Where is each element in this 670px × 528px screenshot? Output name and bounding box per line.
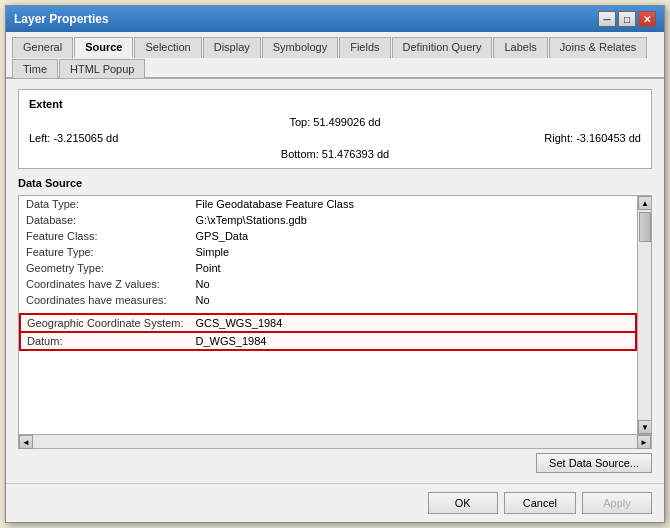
ok-button[interactable]: OK bbox=[428, 492, 498, 514]
tab-html-popup[interactable]: HTML Popup bbox=[59, 59, 145, 78]
data-source-table-wrapper: Data Type: File Geodatabase Feature Clas… bbox=[18, 195, 652, 435]
table-row: Feature Type: Simple bbox=[20, 244, 636, 260]
extent-top: Top: 51.499026 dd bbox=[29, 116, 641, 128]
extent-top-label: Top: bbox=[289, 116, 310, 128]
row-key: Datum: bbox=[20, 332, 190, 350]
scroll-down-button[interactable]: ▼ bbox=[638, 420, 652, 434]
row-value: G:\xTemp\Stations.gdb bbox=[190, 212, 636, 228]
tab-content: Extent Top: 51.499026 dd Left: -3.215065… bbox=[6, 79, 664, 483]
row-key: Geometry Type: bbox=[20, 260, 190, 276]
horizontal-scrollbar-container: ◄ ► bbox=[18, 435, 652, 449]
extent-grid: Top: 51.499026 dd Left: -3.215065 dd Rig… bbox=[29, 116, 641, 160]
extent-label: Extent bbox=[29, 98, 641, 110]
row-value: File Geodatabase Feature Class bbox=[190, 196, 636, 212]
data-source-label: Data Source bbox=[18, 177, 652, 189]
row-value: GCS_WGS_1984 bbox=[190, 314, 636, 332]
scrollbar-track[interactable] bbox=[638, 210, 651, 420]
tab-selection[interactable]: Selection bbox=[134, 37, 201, 58]
cancel-button[interactable]: Cancel bbox=[504, 492, 576, 514]
row-key: Feature Class: bbox=[20, 228, 190, 244]
extent-bottom-value: 51.476393 dd bbox=[322, 148, 389, 160]
title-bar: Layer Properties ─ □ ✕ bbox=[6, 6, 664, 32]
window-title: Layer Properties bbox=[14, 12, 109, 26]
tab-source[interactable]: Source bbox=[74, 37, 133, 58]
row-key: Coordinates have Z values: bbox=[20, 276, 190, 292]
row-value: No bbox=[190, 276, 636, 292]
tab-bar: General Source Selection Display Symbolo… bbox=[6, 32, 664, 79]
title-bar-controls: ─ □ ✕ bbox=[598, 11, 656, 27]
scrollbar-thumb[interactable] bbox=[639, 212, 651, 242]
row-value: D_WGS_1984 bbox=[190, 332, 636, 350]
table-row: Data Type: File Geodatabase Feature Clas… bbox=[20, 196, 636, 212]
tab-definition-query[interactable]: Definition Query bbox=[392, 37, 493, 58]
horizontal-scrollbar-track[interactable] bbox=[33, 435, 637, 448]
extent-top-value: 51.499026 dd bbox=[313, 116, 380, 128]
row-key: Feature Type: bbox=[20, 244, 190, 260]
row-key: Geographic Coordinate System: bbox=[20, 314, 190, 332]
extent-bottom-label: Bottom: bbox=[281, 148, 319, 160]
maximize-button[interactable]: □ bbox=[618, 11, 636, 27]
data-source-table[interactable]: Data Type: File Geodatabase Feature Clas… bbox=[19, 196, 637, 434]
row-value: Point bbox=[190, 260, 636, 276]
highlighted-row-datum: Datum: D_WGS_1984 bbox=[20, 332, 636, 350]
vertical-scrollbar[interactable]: ▲ ▼ bbox=[637, 196, 651, 434]
table-row: Geometry Type: Point bbox=[20, 260, 636, 276]
tab-fields[interactable]: Fields bbox=[339, 37, 390, 58]
extent-bottom: Bottom: 51.476393 dd bbox=[29, 148, 641, 160]
tab-symbology[interactable]: Symbology bbox=[262, 37, 338, 58]
data-source-section: Data Source Data Type: File Geodatabase … bbox=[18, 177, 652, 473]
set-datasource-row: Set Data Source... bbox=[18, 453, 652, 473]
scroll-up-button[interactable]: ▲ bbox=[638, 196, 652, 210]
row-value: Simple bbox=[190, 244, 636, 260]
extent-section: Extent Top: 51.499026 dd Left: -3.215065… bbox=[18, 89, 652, 169]
tab-general[interactable]: General bbox=[12, 37, 73, 58]
minimize-button[interactable]: ─ bbox=[598, 11, 616, 27]
row-key: Database: bbox=[20, 212, 190, 228]
row-key: Data Type: bbox=[20, 196, 190, 212]
highlighted-row-coordinate-system: Geographic Coordinate System: GCS_WGS_19… bbox=[20, 314, 636, 332]
set-datasource-button[interactable]: Set Data Source... bbox=[536, 453, 652, 473]
extent-left: Left: -3.215065 dd bbox=[29, 132, 330, 144]
table-row: Database: G:\xTemp\Stations.gdb bbox=[20, 212, 636, 228]
tab-joins-relates[interactable]: Joins & Relates bbox=[549, 37, 647, 58]
close-button[interactable]: ✕ bbox=[638, 11, 656, 27]
scroll-right-button[interactable]: ► bbox=[637, 435, 651, 449]
row-value: GPS_Data bbox=[190, 228, 636, 244]
tab-time[interactable]: Time bbox=[12, 59, 58, 78]
table-row: Coordinates have Z values: No bbox=[20, 276, 636, 292]
tab-labels[interactable]: Labels bbox=[493, 37, 547, 58]
row-key: Coordinates have measures: bbox=[20, 292, 190, 308]
extent-right: Right: -3.160453 dd bbox=[340, 132, 641, 144]
layer-properties-window: Layer Properties ─ □ ✕ General Source Se… bbox=[5, 5, 665, 523]
tab-display[interactable]: Display bbox=[203, 37, 261, 58]
row-value: No bbox=[190, 292, 636, 308]
source-info-table: Data Type: File Geodatabase Feature Clas… bbox=[19, 196, 637, 351]
bottom-bar: OK Cancel Apply bbox=[6, 483, 664, 522]
table-row: Coordinates have measures: No bbox=[20, 292, 636, 308]
apply-button[interactable]: Apply bbox=[582, 492, 652, 514]
table-row: Feature Class: GPS_Data bbox=[20, 228, 636, 244]
scroll-left-button[interactable]: ◄ bbox=[19, 435, 33, 449]
